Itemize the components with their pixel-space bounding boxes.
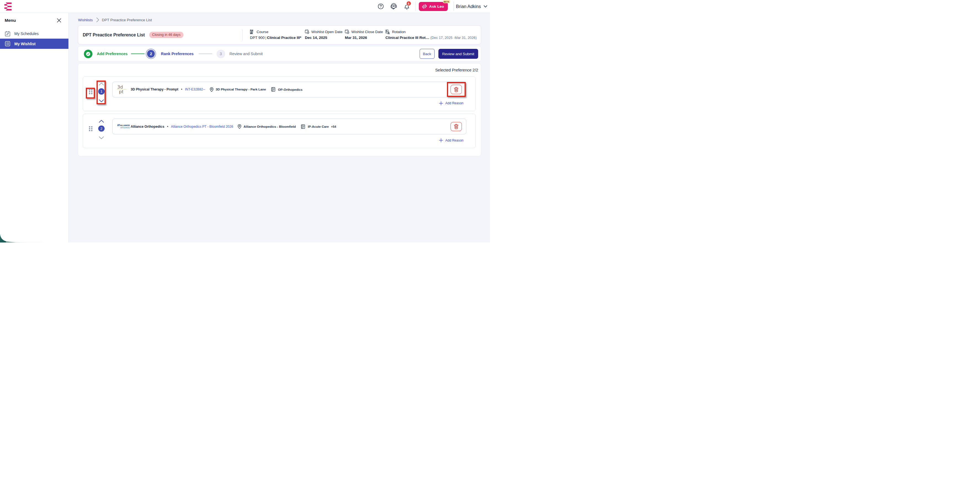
- trash-icon: [454, 124, 458, 129]
- review-and-submit-button[interactable]: Review and Submit: [438, 49, 478, 59]
- user-menu[interactable]: Brian Adkins: [456, 4, 487, 9]
- facility-name: 3D Physical Therapy - Prompt: [131, 87, 178, 91]
- close-date-info: Wishlist Close Date Mar 31, 2026: [345, 30, 383, 40]
- close-date-label: Wishlist Close Date: [352, 30, 383, 34]
- move-down-icon[interactable]: [99, 136, 104, 139]
- ask-leo-button[interactable]: Ask Leo BETA: [419, 2, 448, 11]
- selected-preference-count: Selected Preference 2/2: [83, 68, 478, 73]
- drag-handle-icon[interactable]: [89, 126, 93, 131]
- facility-row-1: 3d pt 3D Physical Therapy - Prompt • INT…: [112, 82, 466, 97]
- help-icon[interactable]: [377, 3, 384, 10]
- facility-logo-alliance: ALLIANCE ORTHOPEDICS: [116, 123, 130, 130]
- exxat-logo-icon[interactable]: [5, 3, 11, 11]
- step-connector: [131, 54, 145, 54]
- facility-specialty: IP-Acute Care: [308, 125, 329, 128]
- facility-row-2: ALLIANCE ORTHOPEDICS Alliance Orthopedic…: [112, 119, 466, 134]
- delete-preference-button[interactable]: [450, 85, 462, 94]
- menu-title: Menu: [5, 18, 16, 23]
- wishlist-header-card: DPT Preactice Preference List Closing in…: [78, 25, 481, 45]
- notifications-bell[interactable]: 6: [403, 3, 410, 10]
- calendar-edit-icon: [5, 31, 11, 37]
- step-rank-preferences[interactable]: 2 Rank Preferences: [145, 50, 193, 58]
- specialty-form-icon: [271, 87, 276, 92]
- leo-logo-icon: [422, 4, 427, 9]
- chevron-down-icon: [484, 5, 487, 8]
- svg-text:ORTHOPEDICS: ORTHOPEDICS: [120, 127, 130, 129]
- step-number: 3: [216, 50, 225, 58]
- breadcrumb-wishlists-link[interactable]: Wishlists: [78, 18, 93, 22]
- rotation-info: Rotation Clinical Practice III Rot… (Dec…: [385, 30, 477, 40]
- step-connector: [199, 54, 212, 54]
- close-date-value: Mar 31, 2026: [345, 36, 383, 40]
- move-up-icon[interactable]: [99, 120, 104, 123]
- location-pin-icon: [237, 124, 242, 129]
- delete-preference-button[interactable]: [450, 122, 462, 131]
- facility-link[interactable]: INT-E32B82--: [185, 87, 205, 91]
- facility-specialty-extra: +54: [331, 125, 336, 128]
- rank-number-badge: 1: [98, 88, 105, 95]
- plus-icon: [439, 101, 443, 105]
- drag-handle-icon[interactable]: [89, 89, 93, 94]
- move-down-icon[interactable]: [99, 99, 104, 102]
- back-button[interactable]: Back: [420, 49, 434, 59]
- user-name: Brian Adkins: [456, 4, 481, 9]
- facility-specialty: OP-Orthopedics: [278, 88, 303, 91]
- open-date-value: Dec 14, 2025: [305, 36, 342, 40]
- breadcrumb: Wishlists DPT Preactice Preference List: [78, 17, 481, 22]
- facility-name: Alliance Orthopedics: [131, 125, 164, 129]
- open-date-info: Wishlist Open Date Dec 14, 2025: [305, 30, 342, 40]
- facility-link[interactable]: Alliance Orthopedics PT - Bloomfield 202…: [171, 125, 233, 129]
- sidebar-item-my-wishlist[interactable]: My Wishlist: [0, 39, 68, 49]
- support-headset-icon[interactable]: [390, 3, 397, 10]
- notification-count-badge: 6: [406, 1, 411, 6]
- rotation-value: Clinical Practice III Rot… (Dec 17, 2025…: [385, 36, 477, 40]
- preference-card-2: 2 ALLIANCE ORTHOPEDICS Alliance: [83, 114, 476, 148]
- rank-number-badge: 2: [98, 126, 105, 132]
- bullet-separator: •: [167, 125, 168, 129]
- rotation-icon: [385, 30, 390, 34]
- bullet-separator: •: [181, 87, 182, 91]
- stepper-bar: Add Preferences 2 Rank Preferences 3 Rev…: [78, 46, 481, 62]
- svg-text:pt: pt: [119, 89, 123, 94]
- preference-card-1: 1 3d pt 3D Physical Therapy - Prompt: [83, 76, 476, 111]
- closing-badge: Closing in 46 days: [149, 32, 183, 38]
- page-title: DPT Preactice Preference List: [83, 33, 145, 38]
- plus-icon: [439, 138, 443, 142]
- sidebar-item-label: My Schedules: [14, 32, 39, 36]
- step-label: Review and Submit: [229, 52, 263, 56]
- location-pin-icon: [210, 87, 213, 92]
- step-label: Add Preferences: [97, 52, 127, 56]
- beta-badge: BETA: [443, 0, 450, 3]
- open-date-label: Wishlist Open Date: [312, 30, 343, 34]
- course-value: DPT 900|Clinical Practice III*: [250, 36, 301, 40]
- rotation-label: Rotation: [392, 30, 406, 34]
- top-bar: 6 Ask Leo BETA Brian Adkins: [0, 0, 490, 13]
- course-info: Course DPT 900|Clinical Practice III*: [250, 30, 301, 40]
- sidebar-item-label: My Wishlist: [14, 42, 36, 46]
- add-reason-button[interactable]: Add Reason: [439, 101, 463, 105]
- close-icon[interactable]: [57, 18, 61, 22]
- svg-text:ALLIANCE: ALLIANCE: [120, 124, 130, 127]
- course-label: Course: [256, 30, 269, 34]
- rank-controls-1: 1: [97, 83, 106, 102]
- breadcrumb-current: DPT Preactice Preference List: [102, 18, 152, 22]
- facility-location: Alliance Orthopedics - Bloomfield: [243, 125, 296, 129]
- step-done-check-icon: [84, 50, 92, 58]
- sidebar-item-my-schedules[interactable]: My Schedules: [0, 29, 68, 39]
- rank-controls-2: 2: [97, 120, 106, 140]
- course-books-icon: [250, 30, 255, 34]
- topbar-divider: [415, 2, 415, 11]
- add-reason-button[interactable]: Add Reason: [439, 138, 463, 142]
- move-up-icon[interactable]: [99, 83, 104, 86]
- step-label: Rank Preferences: [161, 52, 193, 56]
- step-review-submit[interactable]: 3 Review and Submit: [216, 50, 263, 58]
- specialty-form-icon: [301, 124, 306, 129]
- trash-icon: [454, 87, 458, 92]
- wishlist-list-icon: [5, 41, 11, 47]
- sidebar-menu: Menu My Schedules: [0, 13, 69, 243]
- facility-logo-3dpt: 3d pt: [116, 84, 130, 95]
- step-add-preferences[interactable]: Add Preferences: [84, 50, 127, 58]
- calendar-clock-icon: [345, 30, 349, 34]
- calendar-clock-icon: [305, 30, 309, 34]
- decorative-corner-image: [0, 234, 47, 243]
